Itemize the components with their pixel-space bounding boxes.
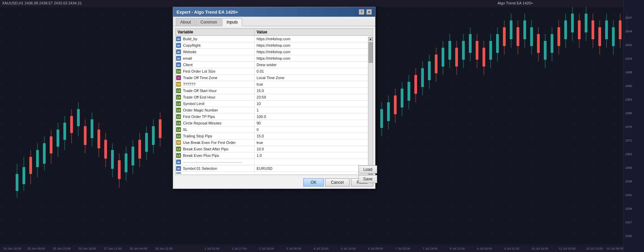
table-row[interactable]: ab Build_by https://mt4shop.com	[175, 36, 373, 42]
table-row[interactable]: 1.0 Circle Reposal Minutes 90	[175, 120, 373, 127]
cancel-button[interactable]: Cancel	[325, 178, 349, 187]
table-row[interactable]: T/F ?????? true	[175, 81, 373, 88]
svg-text:15 Jul 13:00: 15 Jul 13:00	[586, 247, 603, 250]
svg-text:2400: 2400	[625, 84, 632, 88]
inputs-table: Variable Value ab Build_by https://mt4sh…	[175, 28, 373, 175]
table-row[interactable]: ab Symbol 02 Selection GBPUSD	[175, 172, 373, 174]
svg-rect-39	[138, 140, 141, 159]
row-value[interactable]: https://mt4shop.com	[255, 43, 373, 48]
svg-rect-23	[84, 126, 87, 145]
svg-rect-75	[476, 41, 478, 60]
scrollbar[interactable]: ▲ ▼	[368, 37, 373, 175]
row-variable: Break Even Plus Pips	[182, 153, 255, 158]
row-value[interactable]: 0	[255, 127, 373, 132]
svg-text:4 Jul 23:00: 4 Jul 23:00	[313, 247, 328, 250]
row-icon: 1.0	[175, 101, 182, 107]
table-body[interactable]: ab Build_by https://mt4shop.com ab CopyR…	[175, 36, 373, 174]
tab-about[interactable]: About	[176, 18, 195, 26]
svg-text:2334: 2334	[625, 207, 632, 210]
table-row[interactable]: 1.0 First Order Lot Size 0.01	[175, 68, 373, 75]
load-button[interactable]: Load	[358, 165, 377, 174]
row-value[interactable]: 23:59	[255, 94, 373, 100]
dialog-content: Variable Value ab Build_by https://mt4sh…	[173, 26, 375, 189]
row-value[interactable]: 10.0	[255, 146, 373, 152]
row-value[interactable]: true	[255, 140, 373, 145]
row-value[interactable]: 1.0	[255, 153, 373, 158]
row-value[interactable]: https://mt4shop.com	[255, 49, 373, 55]
svg-rect-95	[544, 41, 547, 60]
row-value[interactable]: 15.0	[255, 133, 373, 139]
row-value[interactable]: 10	[255, 101, 373, 106]
svg-text:2378: 2378	[625, 125, 632, 129]
col-variable: Variable	[175, 29, 255, 35]
svg-rect-57	[414, 75, 417, 94]
table-row[interactable]: 1.0 Break Even Plus Pips 1.0	[175, 152, 373, 159]
row-icon: ab	[175, 165, 182, 172]
row-variable: Symbol 01 Selection	[182, 166, 255, 171]
table-row[interactable]: 1.0 Symbol Limit 10	[175, 101, 373, 107]
row-value[interactable]: true	[255, 81, 373, 87]
table-row[interactable]: 1.0 SL 0	[175, 127, 373, 133]
table-row[interactable]: ab CopyRight https://mt4shop.com	[175, 42, 373, 49]
row-value[interactable]: GBPUSD	[255, 172, 373, 174]
row-icon: 1.0	[175, 68, 182, 74]
row-value[interactable]: https://mt4shop.com	[255, 56, 373, 61]
svg-rect-79	[489, 41, 492, 60]
table-row[interactable]: ab Client Drew snider	[175, 62, 373, 68]
expert-dialog: Expert - Algo Trend EA 1420+ ? ✕ About C…	[173, 7, 375, 189]
action-row: OK Cancel Reset	[175, 177, 373, 187]
table-row[interactable]: 1.0 First Order TP Pips 100.0	[175, 114, 373, 120]
row-icon: T/F	[175, 139, 182, 146]
row-variable: email	[182, 56, 255, 61]
row-value[interactable]: 1	[255, 107, 373, 113]
svg-rect-91	[530, 27, 533, 46]
row-variable: First Order TP Pips	[182, 114, 255, 119]
row-value[interactable]: EURUSD	[255, 166, 373, 171]
svg-text:16 Jul 06:00: 16 Jul 06:00	[607, 247, 623, 250]
table-row[interactable]: ab Symbol 01 Selection EURUSD	[175, 165, 373, 172]
svg-text:2 Jul 10:00: 2 Jul 10:00	[259, 247, 274, 250]
row-variable: CopyRight	[182, 43, 255, 48]
table-row[interactable]: 1.0 Trailing Stop Pips 15.0	[175, 133, 373, 139]
row-icon: 1.0	[175, 133, 182, 139]
tab-inputs[interactable]: Inputs	[222, 18, 242, 26]
row-variable: Trade Off Time Zone	[182, 75, 255, 80]
svg-rect-5	[22, 167, 25, 184]
svg-text:5 Jul 16:00: 5 Jul 16:00	[341, 247, 356, 250]
close-button[interactable]: ✕	[366, 9, 372, 15]
table-row[interactable]: 1.0 Break Even Start After Pips 10.0	[175, 146, 373, 152]
table-row[interactable]: 1.0 Order Magic Number 1	[175, 107, 373, 114]
row-value[interactable]: 0.01	[255, 69, 373, 74]
svg-rect-3	[16, 174, 18, 191]
svg-text:2341: 2341	[625, 193, 632, 197]
svg-text:2356: 2356	[625, 166, 632, 169]
load-save-panel: Load Save	[358, 165, 377, 183]
svg-text:25 Jun 23:00: 25 Jun 23:00	[53, 247, 71, 250]
table-row[interactable]: T/F Use Break Even For First Order true	[175, 139, 373, 146]
svg-rect-61	[428, 61, 431, 80]
row-value[interactable]: Drew snider	[255, 62, 373, 68]
row-value[interactable]: Local Time Zone	[255, 75, 373, 80]
row-icon: 1.0	[175, 107, 182, 113]
row-value[interactable]: 100.0	[255, 114, 373, 119]
svg-text:3 Jul 06:00: 3 Jul 06:00	[286, 247, 301, 250]
row-icon: 1.0	[175, 127, 182, 133]
row-value	[255, 161, 373, 163]
svg-text:2542: 2542	[625, 43, 632, 47]
table-row[interactable]: ≡ Trade Off Time Zone Local Time Zone	[175, 75, 373, 81]
row-variable: Client	[182, 62, 255, 68]
svg-text:1 Jul 17:00: 1 Jul 17:00	[232, 247, 247, 250]
scrollbar-thumb[interactable]	[369, 42, 373, 63]
table-row[interactable]: 1.0 Trade Off Start Hour 15.0	[175, 88, 373, 94]
ok-button[interactable]: OK	[303, 178, 324, 187]
row-value[interactable]: https://mt4shop.com	[255, 36, 373, 42]
tab-common[interactable]: Common	[196, 18, 221, 26]
table-row[interactable]: ab Website https://mt4shop.com	[175, 49, 373, 55]
help-button[interactable]: ?	[359, 9, 364, 15]
table-row[interactable]: ab email https://mt4shop.com	[175, 55, 373, 62]
svg-text:2393: 2393	[625, 98, 632, 101]
row-value[interactable]: 15.0	[255, 88, 373, 93]
table-row[interactable]: 1.0 Trade Off End Hour 23:59	[175, 94, 373, 101]
row-value[interactable]: 90	[255, 120, 373, 126]
save-button[interactable]: Save	[358, 175, 377, 183]
